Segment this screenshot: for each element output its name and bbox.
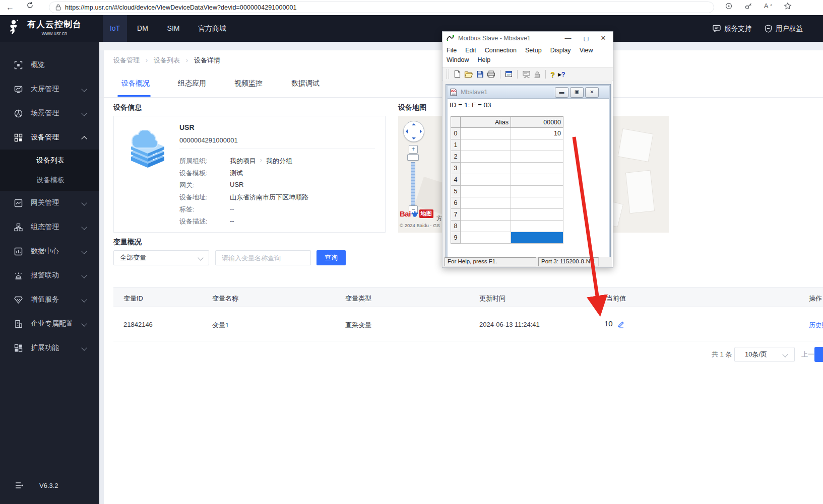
menu-setup[interactable]: Setup: [525, 47, 542, 54]
map-pan-control[interactable]: [403, 121, 424, 142]
modbus-title-bar[interactable]: Modbus Slave - Mbslave1 — ▢ ✕: [442, 32, 613, 45]
modbus-value-cell[interactable]: 10: [511, 128, 563, 139]
modbus-value-cell[interactable]: [511, 174, 563, 186]
pan-up-arrow[interactable]: [412, 123, 416, 125]
tab-video-monitor[interactable]: 视频监控: [234, 79, 263, 88]
modbus-row-header[interactable]: 3: [451, 163, 461, 174]
browser-back-button[interactable]: ←: [4, 2, 16, 14]
sidebar-item-gateway-mgmt[interactable]: 网关管理: [0, 191, 99, 215]
tab-device-overview[interactable]: 设备概况: [121, 79, 150, 88]
variable-filter-select[interactable]: 全部变量: [113, 250, 209, 265]
modbus-value-cell[interactable]: [511, 232, 563, 244]
version-icon[interactable]: [15, 482, 23, 489]
history-data-link[interactable]: 历史数据: [809, 321, 823, 330]
user-benefits-link[interactable]: 用户权益: [765, 24, 803, 33]
sidebar-item-screen-mgmt[interactable]: 大屏管理: [0, 77, 99, 101]
menu-connection[interactable]: Connection: [485, 47, 517, 54]
modbus-alias-cell[interactable]: [461, 186, 511, 197]
nav-tab-sim[interactable]: SIM: [162, 15, 184, 42]
menu-view[interactable]: View: [580, 47, 593, 54]
pan-down-arrow[interactable]: [412, 137, 416, 139]
edit-pencil-icon[interactable]: [617, 320, 625, 328]
sidebar-item-scene-mgmt[interactable]: 场景管理: [0, 101, 99, 125]
doc-close-button[interactable]: ✕: [585, 87, 599, 98]
sidebar-item-data-center[interactable]: 数据中心: [0, 239, 99, 263]
modbus-row-header[interactable]: 2: [451, 151, 461, 163]
password-key-icon[interactable]: [744, 2, 752, 10]
tab-data-debug[interactable]: 数据调试: [291, 79, 320, 88]
pagination-current-page-button[interactable]: [814, 347, 823, 362]
modbus-alias-cell[interactable]: [461, 232, 511, 244]
modbus-value-cell[interactable]: [511, 186, 563, 197]
sidebar-item-enterprise-config[interactable]: 企业专属配置: [0, 312, 99, 336]
map-zoom-handle[interactable]: [407, 154, 419, 161]
sidebar-item-device-list[interactable]: 设备列表: [0, 151, 99, 170]
modbus-alias-cell[interactable]: [461, 221, 511, 232]
pan-left-arrow[interactable]: [406, 129, 408, 133]
maximize-button[interactable]: ▢: [578, 32, 595, 45]
menu-window[interactable]: Window: [447, 56, 469, 63]
sidebar-item-overview[interactable]: 概览: [0, 53, 99, 77]
pan-right-arrow[interactable]: [420, 129, 422, 133]
nav-tab-dm[interactable]: DM: [132, 15, 153, 42]
sidebar-item-alarm-linkage[interactable]: 报警联动: [0, 263, 99, 287]
modbus-row-header[interactable]: 0: [451, 128, 461, 139]
print-icon[interactable]: [487, 70, 495, 78]
device-stack-icon[interactable]: [534, 70, 541, 78]
nav-tab-mall[interactable]: 官方商城: [195, 15, 230, 42]
org-project[interactable]: 我的项目: [230, 157, 256, 166]
query-button[interactable]: 查询: [316, 250, 346, 265]
browser-refresh-button[interactable]: [26, 2, 38, 14]
modbus-row-header[interactable]: 9: [451, 232, 461, 244]
sidebar-item-value-services[interactable]: 增值服务: [0, 287, 99, 312]
brand-logo[interactable]: 有人云控制台 www.usr.cn: [7, 19, 82, 36]
modbus-row-header[interactable]: 7: [451, 209, 461, 221]
modbus-alias-cell[interactable]: [461, 209, 511, 221]
sidebar-item-device-mgmt[interactable]: 设备管理: [0, 125, 99, 150]
nav-tab-iot[interactable]: IoT: [103, 15, 127, 42]
help-icon[interactable]: ?: [550, 70, 555, 79]
mbslave1-title-bar[interactable]: DOC Mbslave1 ▬ ▣ ✕: [448, 86, 609, 99]
modbus-alias-cell[interactable]: [461, 174, 511, 186]
location-icon[interactable]: [725, 2, 733, 10]
context-help-icon[interactable]: ▸?: [558, 70, 565, 78]
modbus-alias-cell[interactable]: [461, 139, 511, 151]
menu-help[interactable]: Help: [477, 56, 490, 63]
doc-minimize-button[interactable]: ▬: [555, 87, 568, 98]
variable-search-input[interactable]: [215, 250, 311, 265]
pagination-page-size-select[interactable]: 10条/页: [734, 347, 795, 362]
breadcrumb-device-mgmt[interactable]: 设备管理: [113, 56, 140, 65]
new-file-icon[interactable]: [454, 70, 461, 78]
modbus-row-header[interactable]: 1: [451, 139, 461, 151]
org-group[interactable]: 我的分组: [266, 157, 292, 166]
read-aloud-icon[interactable]: A〞: [764, 3, 772, 10]
modbus-value-cell[interactable]: [511, 209, 563, 221]
map-zoom-track[interactable]: [411, 162, 415, 205]
modbus-row-header[interactable]: 8: [451, 221, 461, 232]
menu-display[interactable]: Display: [550, 47, 571, 54]
close-button[interactable]: ✕: [595, 32, 612, 45]
display-definition-icon[interactable]: [505, 70, 513, 78]
favorites-star-icon[interactable]: [784, 2, 792, 10]
modbus-value-cell[interactable]: [511, 151, 563, 163]
breadcrumb-device-list[interactable]: 设备列表: [154, 56, 180, 65]
grid-value-header[interactable]: 00000: [511, 116, 563, 128]
modbus-alias-cell[interactable]: [461, 151, 511, 163]
modbus-value-cell[interactable]: [511, 221, 563, 232]
save-icon[interactable]: [476, 70, 484, 78]
modbus-row-header[interactable]: 6: [451, 197, 461, 209]
modbus-alias-cell[interactable]: [461, 197, 511, 209]
support-link[interactable]: 服务支持: [713, 24, 751, 33]
grid-alias-header[interactable]: Alias: [461, 116, 511, 128]
doc-restore-button[interactable]: ▣: [570, 87, 584, 98]
modbus-row-header[interactable]: 4: [451, 174, 461, 186]
map-zoom-in-button[interactable]: +: [409, 145, 418, 154]
modbus-value-cell[interactable]: [511, 197, 563, 209]
minimize-button[interactable]: —: [559, 32, 577, 45]
modbus-alias-cell[interactable]: [461, 163, 511, 174]
sidebar-item-extensions[interactable]: 扩展功能: [0, 336, 99, 360]
menu-edit[interactable]: Edit: [465, 47, 476, 54]
sidebar-item-device-template[interactable]: 设备模板: [0, 170, 99, 190]
open-file-icon[interactable]: [464, 70, 473, 78]
comm-monitor-icon[interactable]: [522, 70, 531, 78]
